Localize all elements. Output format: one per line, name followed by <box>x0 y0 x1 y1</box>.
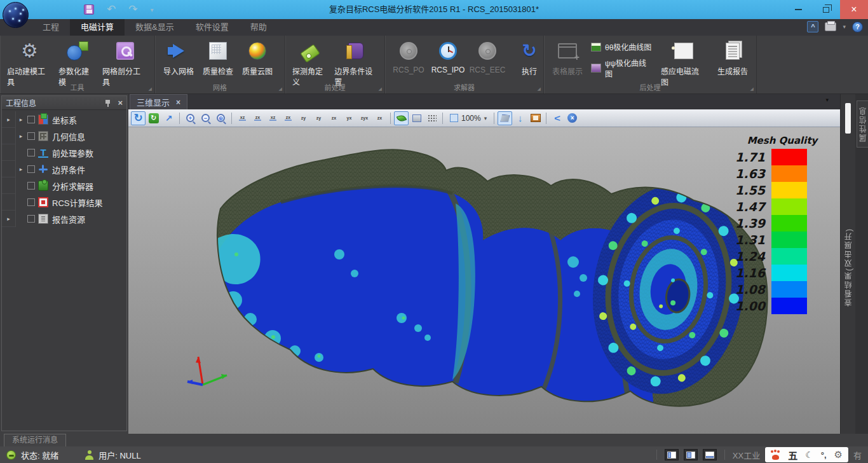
redo-icon[interactable]: ↷ <box>128 4 137 15</box>
save-icon[interactable] <box>84 4 94 15</box>
layout-left-icon[interactable] <box>665 449 679 460</box>
printer-dropdown-icon[interactable]: ▾ <box>843 24 846 30</box>
tree-row-geometry[interactable]: ▸ 几何信息 <box>2 128 126 144</box>
layout-half-icon[interactable] <box>684 449 698 460</box>
help-icon[interactable]: ? <box>852 22 863 32</box>
psi-curve-button[interactable]: ψψ极化曲线图 <box>591 57 654 79</box>
checkbox[interactable] <box>27 215 35 223</box>
ime-moon-icon[interactable]: ☾ <box>805 450 813 460</box>
down-arrow-icon[interactable]: ↓ <box>513 111 527 125</box>
axis-view-button[interactable]: zx <box>372 111 387 125</box>
boundary-settings-button[interactable]: 边界条件设置 <box>331 39 381 88</box>
execute-button[interactable]: ↻ 执行 <box>510 39 549 77</box>
ime-settings-gear-icon[interactable]: ⚙ <box>834 449 843 460</box>
expander-icon[interactable]: ▸ <box>16 166 26 172</box>
pin-icon[interactable] <box>105 99 111 107</box>
parametric-modeling-button[interactable]: 参数化建模 <box>55 39 99 88</box>
rcs-eec-button[interactable]: RCS_EEC <box>468 39 507 75</box>
gutter-expander-icon[interactable]: ▸ <box>2 211 16 227</box>
tree-row-rcs-result[interactable]: RCS计算结果 <box>2 194 126 211</box>
probe-angle-button[interactable]: 探测角定义 <box>289 39 331 88</box>
tab-close-icon[interactable]: × <box>176 98 180 107</box>
properties-vertical-tab[interactable]: 属性信息 <box>857 100 868 148</box>
start-modeling-button[interactable]: ⚙ 启动建模工具 <box>4 39 55 88</box>
axis-view-button[interactable]: zx <box>250 111 265 125</box>
legend-color-cell <box>771 198 807 215</box>
shade-leaf-icon[interactable] <box>394 111 409 125</box>
ime-punctuation-icon[interactable]: °, <box>821 450 827 460</box>
axis-view-button[interactable]: zx <box>281 111 295 125</box>
checkbox[interactable] <box>27 132 35 140</box>
axis-view-button[interactable]: zx <box>327 111 341 125</box>
system-messages-tab[interactable]: 系统运行消息 <box>4 434 66 446</box>
expander-icon[interactable]: ▸ <box>16 133 26 139</box>
results-vertical-tab[interactable]: 查看结果(双击展开) <box>843 228 854 307</box>
checkbox[interactable] <box>27 165 35 173</box>
tab-data-display[interactable]: 数据&显示 <box>125 19 185 36</box>
tab-help[interactable]: 帮助 <box>240 19 278 36</box>
share-icon[interactable]: < <box>550 111 564 125</box>
tree-row-report-resource[interactable]: ▸ 报告资源 <box>2 211 126 227</box>
baidu-ime-icon[interactable] <box>771 450 780 460</box>
generate-report-button[interactable]: 生成报告 <box>713 39 752 77</box>
rcs-po-button[interactable]: RCS_PO <box>389 39 428 75</box>
zoom-in-icon[interactable]: + <box>183 111 198 125</box>
tree-row-preprocess-param[interactable]: T 前处理参数 <box>2 144 126 161</box>
surface-flip-icon[interactable] <box>498 111 512 125</box>
close-button[interactable]: × <box>840 0 868 19</box>
gutter-expander-icon[interactable]: ▸ <box>2 111 16 128</box>
undo-icon[interactable]: ↶ <box>107 4 116 15</box>
zoom-fit-icon[interactable]: ⊕ <box>214 111 228 125</box>
restore-button[interactable] <box>812 0 840 19</box>
zoom-select[interactable]: 100% ▾ <box>446 114 491 123</box>
collapse-ribbon-icon[interactable]: ^ <box>807 21 818 32</box>
app-logo[interactable] <box>3 2 29 28</box>
tab-project[interactable]: 工程 <box>32 19 70 36</box>
mesh-tool-button[interactable]: 网格剖分工具 <box>99 39 151 88</box>
tab-overflow-dropdown-icon[interactable]: ▾ <box>825 97 829 103</box>
rcs-ipo-button[interactable]: RCS_IPO <box>428 39 468 75</box>
minimize-button[interactable] <box>784 0 812 19</box>
checkbox[interactable] <box>27 116 35 123</box>
tree-row-solver[interactable]: 分析求解器 <box>2 177 126 194</box>
axis-view-button[interactable]: xz <box>266 111 280 125</box>
rotate-icon[interactable]: ↻ <box>131 111 146 125</box>
checkbox[interactable] <box>27 198 35 206</box>
spin-icon[interactable]: ↻ <box>146 111 161 125</box>
quick-access-dropdown-icon[interactable]: ▾ <box>151 6 154 13</box>
tab-em-compute[interactable]: 电磁计算 <box>70 19 125 36</box>
checkbox[interactable] <box>27 182 35 190</box>
quick-access-toolbar: ↶ ↷ ▾ <box>84 2 154 17</box>
ime-mode-button[interactable]: 五 <box>788 448 797 462</box>
scrollbar-thumb[interactable] <box>845 103 851 134</box>
tab-3d-display[interactable]: 三维显示 × <box>130 94 187 109</box>
printer-icon[interactable] <box>825 22 836 31</box>
axis-view-button[interactable]: zyx <box>357 111 372 125</box>
close-circle-icon[interactable]: × <box>565 111 580 125</box>
image-folder-icon[interactable] <box>528 111 543 125</box>
points-icon[interactable] <box>424 111 439 125</box>
table-view-button[interactable]: 表格展示 <box>548 39 587 77</box>
layout-bottom-icon[interactable] <box>703 449 717 460</box>
quality-cloud-button[interactable]: 质量云图 <box>238 39 277 77</box>
tab-software-settings[interactable]: 软件设置 <box>185 19 240 36</box>
checkbox[interactable] <box>27 149 35 156</box>
3d-canvas[interactable]: Mesh Quality 1.71 1.63 1.55 1.47 1.39 1.… <box>128 127 840 434</box>
axis-view-button[interactable]: zy <box>311 111 326 125</box>
tree-row-coordinate[interactable]: ▸ ▸ 坐标系 <box>2 111 126 128</box>
import-mesh-button[interactable]: 导入网格 <box>159 39 198 77</box>
axis-view-button[interactable]: zy <box>296 111 311 125</box>
axis-view-button[interactable]: yx <box>342 111 356 125</box>
expander-icon[interactable]: ▸ <box>16 116 26 123</box>
pan-arrow-icon[interactable]: ↗ <box>161 111 176 125</box>
panel-close-icon[interactable]: × <box>118 99 123 107</box>
face-icon[interactable] <box>409 111 424 125</box>
zoom-out-icon[interactable]: − <box>198 111 213 125</box>
axis-view-button[interactable]: xz <box>235 111 250 125</box>
legend-color-cell <box>771 248 807 265</box>
induced-current-button[interactable]: 感应电磁流图 <box>658 39 710 88</box>
tree-row-boundary[interactable]: ▸ 边界条件 <box>2 161 126 177</box>
theta-curve-button[interactable]: θθ极化曲线图 <box>591 41 654 52</box>
divider <box>656 450 657 460</box>
quality-check-button[interactable]: 质量检查 <box>198 39 238 77</box>
